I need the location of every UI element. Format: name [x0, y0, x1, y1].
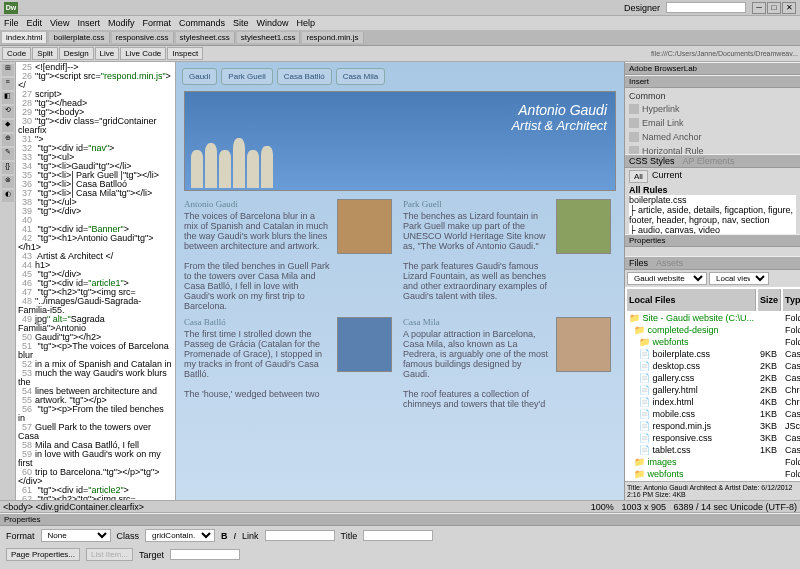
css-all-tab[interactable]: All	[629, 170, 648, 183]
file-row[interactable]: 📁 webfontsFolder6/12/2012 2:11 PM	[627, 337, 800, 347]
article-4-title: Casa Mila	[403, 317, 550, 327]
insert-item[interactable]: Named Anchor	[629, 130, 796, 144]
files-panel-tab[interactable]: Files	[629, 258, 648, 268]
browserlab-panel-header[interactable]: Adobe BrowserLab	[625, 62, 800, 75]
menu-help[interactable]: Help	[296, 18, 315, 28]
file-row[interactable]: 📁 imagesFolder6/12/2012 2:17 PM	[627, 457, 800, 467]
hero-title: Antonio Gaudi	[511, 102, 607, 118]
article-3-thumb	[337, 317, 392, 372]
files-column-header[interactable]: Size	[758, 289, 781, 311]
files-column-header[interactable]: Type	[783, 289, 800, 311]
close-icon[interactable]: ✕	[782, 2, 796, 14]
target-input[interactable]	[170, 549, 240, 560]
files-status: Title: Antonio Gaudi Architect & Artist …	[625, 481, 800, 500]
class-select[interactable]: gridContain...	[145, 529, 215, 542]
css-rule[interactable]: ├ article, aside, details, figcaption, f…	[629, 205, 796, 225]
files-column-header[interactable]: Local Files	[627, 289, 756, 311]
view-inspect-button[interactable]: Inspect	[167, 47, 203, 60]
file-row[interactable]: 📄 respond.min.js3KBJScript1...3/25/2012 …	[627, 421, 800, 431]
article-2-body: The benches as Lizard fountain in Park G…	[403, 211, 550, 251]
view-split-button[interactable]: Split	[32, 47, 58, 60]
workspace-switcher[interactable]: Designer	[624, 3, 660, 13]
menu-commands[interactable]: Commands	[179, 18, 225, 28]
css-rules-label: All Rules	[629, 185, 796, 195]
nav-pill[interactable]: Casa Mila	[336, 68, 386, 85]
file-row[interactable]: 📄 tablet.css1KBCascadin...6/12/2012 10:3…	[627, 445, 800, 455]
file-row[interactable]: 📄 gallery.css2KBCascadin...6/12/2012 10:…	[627, 373, 800, 383]
menu-modify[interactable]: Modify	[108, 18, 135, 28]
link-label: Link	[242, 531, 259, 541]
page-properties-button[interactable]: Page Properties...	[6, 548, 80, 561]
menu-format[interactable]: Format	[142, 18, 171, 28]
ap-elements-tab[interactable]: AP Elements	[683, 156, 735, 166]
file-row[interactable]: 📄 desktop.css2KBCascadin...6/12/2012 10:…	[627, 361, 800, 371]
menu-window[interactable]: Window	[256, 18, 288, 28]
viewport-dims: 1003 x 905	[621, 502, 666, 512]
insert-item[interactable]: Horizontal Rule	[629, 144, 796, 154]
insert-item[interactable]: Email Link	[629, 116, 796, 130]
article-1-title: Antonio Gaudi	[184, 199, 331, 209]
insert-category[interactable]: Common	[629, 90, 796, 102]
css-rule[interactable]: ├ audio, canvas, video	[629, 225, 796, 234]
link-input[interactable]	[265, 530, 335, 541]
article-4-thumb	[556, 317, 611, 372]
title-input[interactable]	[363, 530, 433, 541]
menu-site[interactable]: Site	[233, 18, 249, 28]
article-1-thumb	[337, 199, 392, 254]
file-row[interactable]: 📁 webfontsFolder6/12/2012 2:11 PM	[627, 469, 800, 479]
article-2-title: Park Guell	[403, 199, 550, 209]
view-select[interactable]: Local view	[709, 272, 769, 285]
file-row[interactable]: 📁 completed-designFolder6/12/2012 2:17 P…	[627, 325, 800, 335]
doc-tab[interactable]: boilerplate.css	[49, 32, 109, 43]
file-row[interactable]: 📄 index.html4KBChrome ...6/12/2012 2:16 …	[627, 397, 800, 407]
css-rule[interactable]: boilerplate.css	[629, 195, 796, 205]
file-row[interactable]: 📄 boilerplate.css9KBCascadin...6/12/2012…	[627, 349, 800, 359]
nav-pill[interactable]: Park Guell	[221, 68, 272, 85]
menu-file[interactable]: File	[4, 18, 19, 28]
minimize-icon[interactable]: ─	[752, 2, 766, 14]
zoom-level[interactable]: 100%	[591, 502, 614, 512]
menu-insert[interactable]: Insert	[77, 18, 100, 28]
view-live-button[interactable]: Live	[95, 47, 120, 60]
list-item-button: List Item...	[86, 548, 133, 561]
css-current-tab[interactable]: Current	[652, 170, 682, 183]
file-row[interactable]: 📄 responsive.css3KBCascadin...6/12/2012 …	[627, 433, 800, 443]
target-label: Target	[139, 550, 164, 560]
tag-selector[interactable]: <body> <div.gridContainer.clearfix>	[3, 502, 144, 512]
maximize-icon[interactable]: □	[767, 2, 781, 14]
insert-panel-header[interactable]: Insert	[625, 75, 800, 88]
doc-tab[interactable]: stylesheet.css	[176, 32, 235, 43]
view-design-button[interactable]: Design	[59, 47, 94, 60]
search-input[interactable]	[666, 2, 746, 13]
design-preview[interactable]: GaudiPark GuellCasa BatllóCasa Mila Anto…	[176, 62, 624, 500]
article-3-body: The first time I strolled down the Passe…	[184, 329, 331, 379]
properties-panel-header[interactable]: Properties	[0, 513, 800, 526]
code-editor[interactable]: 25<![endif]-->26"tg"><script src="respon…	[16, 62, 176, 500]
css-styles-tab[interactable]: CSS Styles	[629, 156, 675, 166]
file-row[interactable]: 📄 gallery.html2KBChrome ...6/12/2012 2:1…	[627, 385, 800, 395]
view-code-button[interactable]: Code	[2, 47, 31, 60]
menu-bar: FileEditViewInsertModifyFormatCommandsSi…	[0, 16, 800, 30]
doc-tab[interactable]: index.html	[2, 32, 47, 43]
format-select[interactable]: None	[41, 529, 111, 542]
site-select[interactable]: Gaudi website	[627, 272, 707, 285]
code-gutter: ⊞≡◧⟲◆⊕✎{}⊗◐	[0, 62, 16, 500]
insert-item[interactable]: Hyperlink	[629, 102, 796, 116]
file-row[interactable]: 📁 Site - Gaudi website (C:\U...Folder6/1…	[627, 313, 800, 323]
menu-edit[interactable]: Edit	[27, 18, 43, 28]
article-1-body: The voices of Barcelona blur in a mix of…	[184, 211, 331, 251]
nav-pill[interactable]: Gaudi	[182, 68, 217, 85]
doc-tab[interactable]: respond.min.js	[302, 32, 363, 43]
nav-pill[interactable]: Casa Batlló	[277, 68, 332, 85]
article-3-title: Casa Batlló	[184, 317, 331, 327]
menu-view[interactable]: View	[50, 18, 69, 28]
doc-tab[interactable]: stylesheet1.css	[237, 32, 301, 43]
view-live-code-button[interactable]: Live Code	[120, 47, 166, 60]
hero-banner: Antonio Gaudi Artist & Architect	[184, 91, 616, 191]
assets-panel-tab[interactable]: Assets	[656, 258, 683, 268]
doc-tab[interactable]: responsive.css	[112, 32, 174, 43]
path-bar: file:///C:/Users/Janne/Documents/Dreamwe…	[651, 50, 798, 57]
properties-mini-header[interactable]: Properties	[625, 234, 800, 247]
file-row[interactable]: 📄 mobile.css1KBCascadin...6/12/2012 10:3…	[627, 409, 800, 419]
article-2-thumb	[556, 199, 611, 254]
